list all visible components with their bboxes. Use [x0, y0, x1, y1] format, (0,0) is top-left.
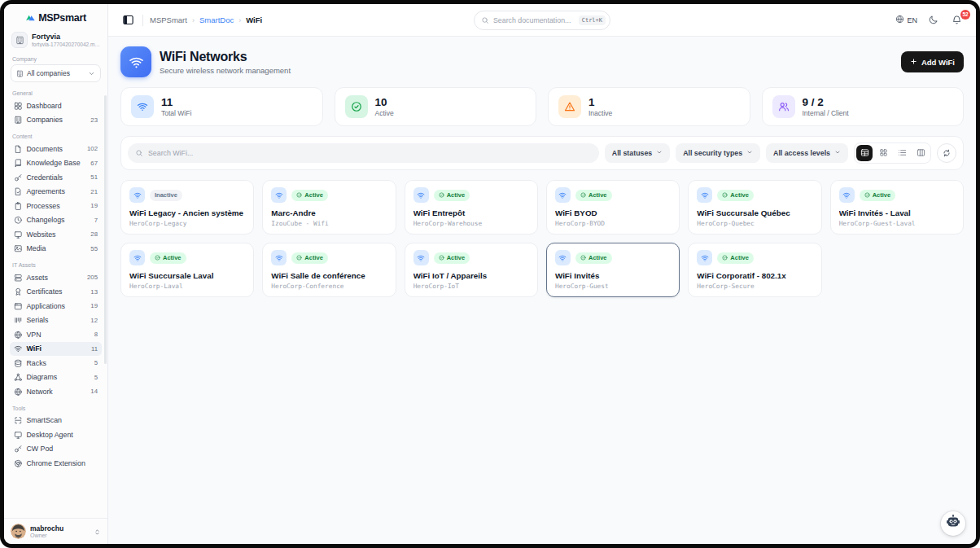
sidebar-section-title: Tools — [10, 399, 102, 414]
sidebar-item-count: 55 — [90, 245, 98, 252]
wifi-search-input[interactable] — [148, 149, 592, 157]
breadcrumb-smartdoc[interactable]: SmartDoc — [199, 15, 234, 24]
filter-label: All access levels — [773, 149, 830, 157]
sidebar-item-credentials[interactable]: Credentials51 — [10, 170, 102, 185]
wifi-card-marc-andre[interactable]: ActiveMarc-AndreIzouCube - Wifi — [262, 180, 396, 235]
sidebar-item-desktop-agent[interactable]: Desktop Agent — [10, 427, 102, 442]
tenant-row[interactable]: Fortyvia fortyvia-1770420270042.mspsm... — [4, 28, 107, 50]
wifi-name: WiFi Entrepôt — [413, 208, 529, 217]
logo-icon — [25, 13, 36, 24]
refresh-icon — [943, 146, 951, 160]
wifi-card-wifi-salle-de-conf-rence[interactable]: ActiveWiFi Salle de conférenceHeroCorp-C… — [262, 243, 396, 297]
status-badge: Active — [717, 252, 754, 264]
sidebar-item-changelogs[interactable]: Changelogs7 — [10, 213, 102, 228]
wifi-card-wifi-invit-s-laval[interactable]: ActiveWiFi Invités - LavalHeroCorp-Guest… — [830, 180, 964, 235]
sidebar-item-applications[interactable]: Applications19 — [10, 299, 102, 313]
list-view-button[interactable] — [894, 145, 910, 161]
sidebar-toggle-icon[interactable] — [120, 12, 136, 28]
wifi-card-wifi-corporatif-802-1x[interactable]: ActiveWiFi Corporatif - 802.1xHeroCorp-S… — [688, 243, 821, 297]
sidebar-item-label: Serials — [27, 316, 87, 324]
notifications-button[interactable]: 52 — [952, 14, 965, 27]
sidebar-item-media[interactable]: Media55 — [10, 242, 102, 256]
sidebar-item-chrome-extension[interactable]: Chrome Extension — [10, 456, 102, 471]
wifi-card-wifi-invit-s[interactable]: ActiveWiFi InvitésHeroCorp-Guest — [546, 243, 680, 297]
grid-view-button[interactable] — [875, 145, 891, 161]
sidebar-item-cw-pod[interactable]: CW Pod — [10, 442, 102, 457]
status-badge: Active — [434, 252, 470, 264]
sidebar-item-count: 102 — [87, 145, 98, 152]
columns-view-button[interactable] — [912, 145, 929, 161]
sidebar-item-knowledge-base[interactable]: Knowledge Base67 — [10, 156, 102, 171]
monitor-icon — [14, 230, 23, 239]
sidebar-item-processes[interactable]: Processes19 — [10, 199, 102, 213]
sidebar-item-assets[interactable]: Assets205 — [10, 270, 102, 285]
page-subtitle: Secure wireless network management — [160, 66, 291, 75]
sidebar-item-count: 21 — [90, 188, 98, 195]
wifi-name: WiFi Invités — [555, 271, 671, 280]
sidebar-item-smartscan[interactable]: SmartScan — [10, 414, 102, 428]
breadcrumb-root[interactable]: MSPSmart — [150, 15, 187, 24]
dark-mode-toggle[interactable] — [928, 14, 941, 27]
sidebar-item-dashboard[interactable]: Dashboard — [10, 99, 102, 113]
filter-all-statuses[interactable]: All statuses — [605, 143, 670, 163]
global-search-input[interactable] — [493, 16, 575, 24]
sidebar-item-serials[interactable]: Serials12 — [10, 313, 102, 328]
sidebar-section-title: Content — [10, 127, 102, 142]
sidebar-scrollbar[interactable] — [104, 95, 107, 364]
wifi-icon — [555, 250, 571, 265]
sidebar-item-racks[interactable]: Racks5 — [10, 356, 102, 370]
check-circle-icon — [580, 192, 586, 198]
wifi-card-wifi-legacy-ancien-syst-me[interactable]: InactiveWiFi Legacy - Ancien systèmeHero… — [120, 180, 254, 235]
sidebar-item-websites[interactable]: Websites28 — [10, 227, 102, 242]
page-title: WiFi Networks — [160, 50, 291, 64]
sidebar-item-documents[interactable]: Documents102 — [10, 142, 102, 156]
sidebar-item-vpn[interactable]: VPN8 — [10, 327, 102, 342]
warning-icon — [558, 95, 581, 118]
sidebar-item-diagrams[interactable]: Diagrams5 — [10, 370, 102, 385]
company-select[interactable]: All companies — [11, 64, 101, 82]
add-wifi-button[interactable]: Add WiFi — [901, 51, 964, 72]
sidebar-item-network[interactable]: Network14 — [10, 384, 102, 399]
wifi-card-wifi-entrep-t[interactable]: ActiveWiFi EntrepôtHeroCorp-Warehouse — [405, 180, 538, 235]
global-search[interactable]: Ctrl+K — [474, 11, 610, 30]
sidebar-item-wifi[interactable]: WiFi11 — [10, 342, 102, 357]
filter-all-security-types[interactable]: All security types — [676, 143, 760, 163]
sidebar-item-agreements[interactable]: Agreements21 — [10, 185, 102, 199]
table-view-icon — [860, 146, 869, 160]
refresh-button[interactable] — [937, 143, 956, 163]
sidebar-item-count: 28 — [90, 230, 98, 238]
chevron-down-icon — [88, 66, 95, 81]
search-icon — [135, 146, 143, 160]
assistant-button[interactable] — [941, 511, 965, 536]
wifi-card-wifi-succursale-laval[interactable]: ActiveWiFi Succursale LavalHeroCorp-Lava… — [120, 243, 254, 297]
barcode-icon — [14, 316, 23, 325]
wifi-card-top: Active — [271, 250, 387, 265]
language-button[interactable]: EN — [895, 15, 917, 25]
sidebar-section-title: General — [10, 84, 102, 99]
search-icon — [481, 13, 489, 28]
filter-all-access-levels[interactable]: All access levels — [766, 143, 848, 163]
stats-row: 11Total WiFi10Active1Inactive9 / 2Intern… — [120, 87, 964, 126]
user-menu[interactable]: mabrochu Owner — [4, 518, 107, 544]
sidebar-item-count: 12 — [90, 317, 98, 324]
wifi-card-wifi-byod[interactable]: ActiveWiFi BYODHeroCorp-BYOD — [546, 180, 680, 235]
table-view-button[interactable] — [856, 145, 873, 161]
wifi-card-wifi-succursale-qu-bec[interactable]: ActiveWiFi Succursale QuébecHeroCorp-Que… — [688, 180, 821, 235]
monitor-icon — [14, 431, 23, 440]
sidebar-item-certificates[interactable]: Certificates13 — [10, 285, 102, 300]
app-logo[interactable]: MSPsmart — [4, 4, 107, 28]
sidebar-item-label: VPN — [27, 331, 90, 339]
wifi-search[interactable] — [128, 143, 599, 163]
sidebar-item-companies[interactable]: Companies23 — [10, 113, 102, 128]
book-icon — [14, 159, 23, 168]
image-icon — [14, 244, 23, 253]
wifi-icon — [555, 187, 571, 203]
app-screen: MSPsmart Fortyvia fortyvia-1770420270042… — [4, 4, 976, 544]
sidebar-nav: GeneralDashboardCompanies23ContentDocume… — [4, 82, 107, 518]
globe-icon — [895, 15, 904, 25]
sidebar-item-label: Diagrams — [27, 373, 90, 381]
wifi-card-wifi-iot-appareils[interactable]: ActiveWiFi IoT / AppareilsHeroCorp-IoT — [405, 243, 538, 297]
chrome-icon — [14, 459, 23, 468]
users-icon — [772, 95, 795, 118]
certificate-icon — [14, 287, 23, 296]
